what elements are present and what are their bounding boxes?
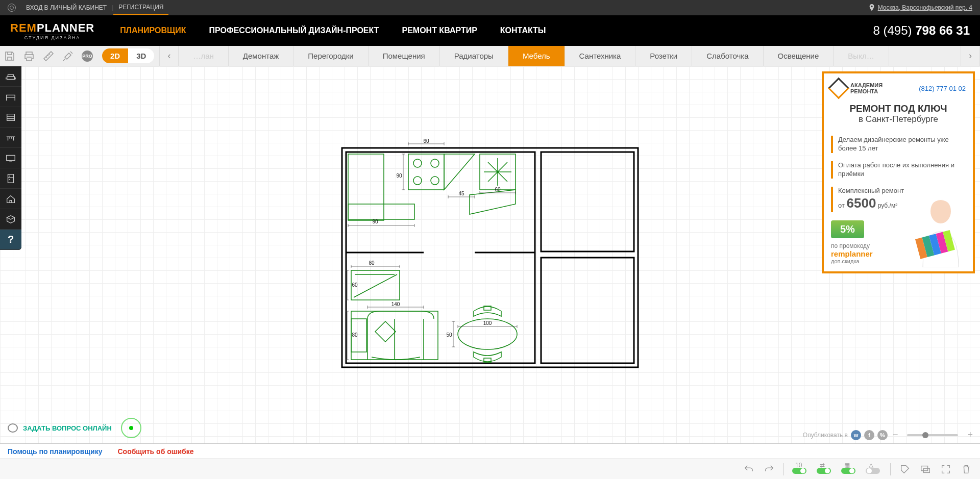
- print-icon[interactable]: [19, 46, 39, 66]
- publish-bar: Опубликовать в w f % − +: [803, 430, 975, 440]
- svg-point-9: [413, 159, 422, 167]
- nav-design[interactable]: ПРОФЕССИОНАЛЬНЫЙ ДИЗАЙН-ПРОЕКТ: [209, 26, 379, 35]
- topbar: ВХОД В ЛИЧНЫЙ КАБИНЕТ | РЕГИСТРАЦИЯ Моск…: [0, 0, 980, 15]
- view-3d-button[interactable]: 3D: [128, 48, 154, 63]
- category-bed-icon[interactable]: [0, 87, 21, 107]
- delete-icon[interactable]: [960, 463, 972, 475]
- tab-rooms[interactable]: Помещения: [369, 46, 440, 66]
- layer-tabs: …лан Демонтаж Перегородки Помещения Ради…: [179, 46, 961, 66]
- help-button[interactable]: ?: [0, 230, 21, 250]
- ad-title: РЕМОНТ ПОД КЛЮЧ: [831, 103, 966, 114]
- toggle-dim-10[interactable]: 10: [792, 464, 808, 475]
- dim-45: 45: [458, 191, 464, 196]
- discount-badge: 5%: [831, 220, 864, 238]
- chat-icon: [8, 423, 18, 433]
- category-dresser-icon[interactable]: [0, 107, 21, 128]
- left-panel: ?: [0, 66, 21, 250]
- report-error-link[interactable]: Сообщить об ошибке: [117, 447, 193, 456]
- dim-90b: 90: [372, 219, 378, 224]
- label-tool-icon[interactable]: [899, 463, 911, 475]
- svg-point-12: [431, 177, 439, 185]
- fullscreen-icon[interactable]: [940, 463, 952, 475]
- tab-lowcurrent[interactable]: Слаботочка: [692, 46, 763, 66]
- category-tv-icon[interactable]: [0, 148, 21, 168]
- login-link[interactable]: ВХОД В ЛИЧНЫЙ КАБИНЕТ: [21, 4, 112, 11]
- tab-sockets[interactable]: Розетки: [635, 46, 692, 66]
- zoom-in-button[interactable]: +: [965, 430, 975, 440]
- category-table-icon[interactable]: [0, 128, 21, 148]
- logo-rem: REM: [10, 21, 37, 34]
- save-icon[interactable]: [0, 46, 19, 66]
- pro-icon[interactable]: PRO: [78, 46, 97, 66]
- publish-label: Опубликовать в: [803, 432, 848, 439]
- svg-rect-3: [346, 152, 535, 363]
- share-ok-icon[interactable]: %: [877, 430, 888, 440]
- ad-line-2: Оплата работ после их выполнения и приём…: [831, 157, 966, 183]
- dim-140: 140: [391, 301, 400, 307]
- tab-switches[interactable]: Выкл…: [834, 46, 889, 66]
- phone-number: 798 66 31: [915, 23, 970, 37]
- tab-demolition[interactable]: Демонтаж: [229, 46, 294, 66]
- footer: Помощь по планировщику Сообщить об ошибк…: [0, 443, 980, 459]
- toggle-alert[interactable]: △: [866, 464, 882, 475]
- chat-widget[interactable]: ЗАДАТЬ ВОПРОС ОНЛАЙН: [8, 418, 141, 438]
- tabs-next-button[interactable]: ›: [961, 46, 980, 66]
- planner-help-link[interactable]: Помощь по планировщику: [8, 447, 102, 456]
- comments-icon[interactable]: [919, 463, 932, 475]
- svg-point-20: [930, 199, 951, 223]
- logo[interactable]: REMPLANNER СТУДИЯ ДИЗАЙНА: [10, 21, 94, 40]
- toolbar: PRO 2D 3D ‹ …лан Демонтаж Перегородки По…: [0, 46, 980, 66]
- ad-phone[interactable]: (812) 777 01 02: [919, 85, 966, 92]
- tab-plumbing[interactable]: Сантехника: [565, 46, 636, 66]
- undo-icon[interactable]: [743, 463, 755, 475]
- category-house-icon[interactable]: [0, 189, 21, 209]
- svg-rect-0: [7, 155, 15, 160]
- header-phone[interactable]: 8 (495) 798 66 31: [873, 23, 970, 38]
- view-2d-button[interactable]: 2D: [102, 48, 128, 63]
- toggle-snap[interactable]: ⇄: [817, 464, 833, 475]
- tab-partitions[interactable]: Перегородки: [293, 46, 368, 66]
- tools-icon[interactable]: [58, 46, 78, 66]
- ad-logo: АКАДЕМИЯРЕМОНТА: [831, 81, 883, 96]
- ruler-icon[interactable]: [39, 46, 58, 66]
- ad-subtitle: в Санкт-Петербурге: [831, 114, 966, 124]
- tab-furniture[interactable]: Мебель: [508, 46, 565, 66]
- tab-radiators[interactable]: Радиаторы: [440, 46, 508, 66]
- zoom-slider[interactable]: [907, 434, 958, 436]
- category-sofa-icon[interactable]: [0, 66, 21, 87]
- ad-line-1: Делаем дизайнерские ремонты уже более 15…: [831, 132, 966, 157]
- location-link[interactable]: Москва, Варсонофьевский пер. 4: [869, 4, 972, 11]
- category-fridge-icon[interactable]: [0, 168, 21, 189]
- share-fb-icon[interactable]: f: [864, 430, 874, 440]
- toggle-grid[interactable]: ▦: [841, 464, 857, 475]
- svg-point-10: [431, 159, 439, 167]
- dim-60c: 60: [352, 282, 358, 288]
- dim-60b: 60: [495, 187, 501, 192]
- share-vk-icon[interactable]: w: [851, 430, 861, 440]
- nav-contacts[interactable]: КОНТАКТЫ: [500, 26, 546, 35]
- tabs-prev-button[interactable]: ‹: [159, 46, 179, 66]
- redo-icon[interactable]: [763, 463, 775, 475]
- user-icon: [8, 4, 16, 12]
- workspace-canvas[interactable]: ?: [0, 66, 980, 443]
- pin-icon: [869, 4, 875, 11]
- ad-logo-icon: [828, 78, 849, 99]
- svg-point-11: [413, 177, 422, 185]
- svg-rect-8: [408, 154, 444, 190]
- category-materials-icon[interactable]: [0, 209, 21, 230]
- tab-plan[interactable]: …лан: [179, 46, 228, 66]
- register-link[interactable]: РЕГИСТРАЦИЯ: [113, 4, 168, 15]
- nav-planner[interactable]: ПЛАНИРОВЩИК: [120, 26, 186, 35]
- dim-80b: 80: [352, 332, 358, 338]
- phone-prefix: 8 (495): [873, 23, 916, 37]
- nav-renovation[interactable]: РЕМОНТ КВАРТИР: [402, 26, 477, 35]
- bottom-toolbar: 10 ⇄ ▦ △: [0, 459, 980, 479]
- zoom-out-button[interactable]: −: [891, 430, 900, 440]
- floorplan-drawing[interactable]: 60 90 90 45 60 80 60 140 80 100 50: [337, 138, 643, 372]
- view-toggle: 2D 3D: [102, 48, 154, 63]
- chat-status-ring: [121, 418, 141, 438]
- dim-80a: 80: [369, 260, 375, 266]
- logo-planner: PLANNER: [37, 21, 94, 34]
- tab-lighting[interactable]: Освещение: [764, 46, 834, 66]
- ad-panel[interactable]: АКАДЕМИЯРЕМОНТА (812) 777 01 02 РЕМОНТ П…: [822, 71, 975, 273]
